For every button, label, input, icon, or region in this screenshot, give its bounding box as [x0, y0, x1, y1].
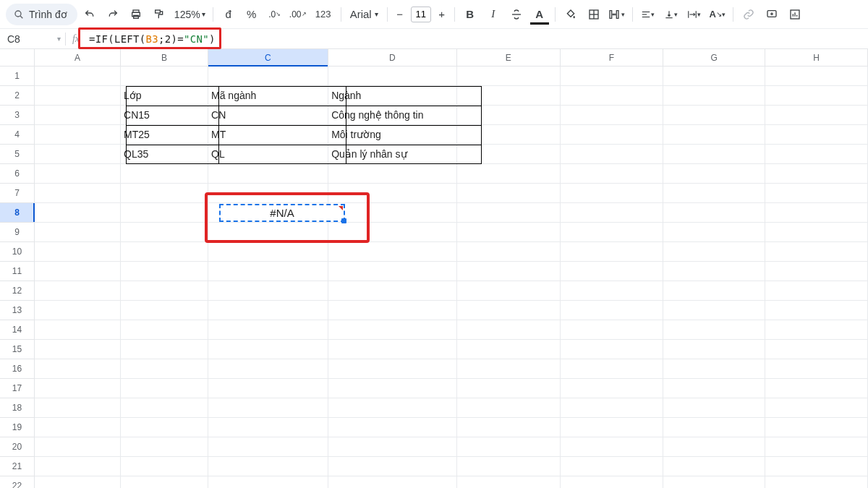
cell[interactable]: [765, 340, 868, 359]
cell[interactable]: [663, 281, 766, 301]
cell[interactable]: [561, 340, 663, 359]
cell[interactable]: [663, 457, 766, 476]
cell[interactable]: [35, 359, 121, 379]
cell[interactable]: [35, 457, 121, 476]
row-header[interactable]: 14: [0, 320, 34, 340]
cell[interactable]: [457, 164, 561, 184]
row-header[interactable]: 16: [0, 359, 34, 379]
cell[interactable]: CN15: [121, 106, 208, 125]
column-header[interactable]: B: [121, 49, 208, 66]
cell[interactable]: [663, 379, 766, 398]
cell[interactable]: [121, 437, 208, 457]
row-header[interactable]: 21: [0, 457, 34, 476]
cell[interactable]: Ngành: [328, 86, 456, 106]
cell[interactable]: [561, 223, 663, 242]
menu-search[interactable]: Trình đơ: [6, 4, 77, 25]
cell[interactable]: [561, 281, 663, 301]
cell[interactable]: [208, 67, 328, 86]
cell[interactable]: [121, 301, 208, 320]
cell[interactable]: [328, 340, 456, 359]
cell[interactable]: [663, 145, 766, 164]
more-formats-button[interactable]: 123: [310, 4, 336, 25]
row-header[interactable]: 11: [0, 262, 34, 281]
row-header[interactable]: 15: [0, 340, 34, 359]
row-header[interactable]: 13: [0, 301, 34, 320]
cell[interactable]: [208, 320, 328, 340]
cell[interactable]: [561, 145, 663, 164]
row-header[interactable]: 20: [0, 437, 34, 457]
cell[interactable]: [328, 359, 456, 379]
cell[interactable]: [663, 86, 766, 106]
insert-chart-button[interactable]: [784, 4, 806, 25]
cell[interactable]: [208, 223, 328, 242]
column-header[interactable]: F: [561, 49, 663, 66]
spreadsheet-grid[interactable]: ABCDEFGH 1234567891011121314151617181920…: [0, 49, 868, 488]
cell[interactable]: [208, 379, 328, 398]
cell[interactable]: [561, 262, 663, 281]
cell[interactable]: [663, 418, 766, 437]
cell[interactable]: [35, 145, 121, 164]
cell[interactable]: [457, 398, 561, 418]
redo-button[interactable]: [102, 4, 124, 25]
merge-cells-button[interactable]: ▾: [606, 4, 628, 25]
row-header[interactable]: 17: [0, 379, 34, 398]
cell[interactable]: [121, 223, 208, 242]
cell[interactable]: [765, 145, 868, 164]
cell[interactable]: [765, 398, 868, 418]
cell[interactable]: [457, 145, 561, 164]
cell[interactable]: [663, 223, 766, 242]
cell[interactable]: [765, 203, 868, 223]
cell[interactable]: [121, 184, 208, 203]
row-header[interactable]: 1: [0, 67, 34, 86]
cell[interactable]: [561, 125, 663, 145]
cell[interactable]: [663, 398, 766, 418]
cell[interactable]: [457, 184, 561, 203]
cell[interactable]: [35, 125, 121, 145]
font-size-input[interactable]: 11: [411, 7, 431, 22]
cell[interactable]: [765, 106, 868, 125]
cell[interactable]: [121, 418, 208, 437]
cell[interactable]: Lớp: [121, 86, 208, 106]
cell[interactable]: [121, 164, 208, 184]
cell[interactable]: [765, 67, 868, 86]
column-header[interactable]: A: [35, 49, 121, 66]
cell[interactable]: [121, 476, 208, 488]
link-button[interactable]: [738, 4, 760, 25]
cell[interactable]: [765, 301, 868, 320]
cell[interactable]: Quản lý nhân sự: [328, 145, 456, 164]
cell[interactable]: [765, 359, 868, 379]
column-header[interactable]: D: [328, 49, 457, 66]
cell[interactable]: [328, 184, 456, 203]
column-header[interactable]: E: [457, 49, 561, 66]
cell[interactable]: [663, 242, 766, 262]
cell[interactable]: [663, 67, 766, 86]
select-all-corner[interactable]: [0, 49, 35, 67]
cell[interactable]: Công nghệ thông tin: [328, 106, 456, 125]
cell[interactable]: [561, 164, 663, 184]
cell[interactable]: [35, 281, 121, 301]
row-header[interactable]: 4: [0, 125, 34, 145]
cell[interactable]: [35, 398, 121, 418]
cell[interactable]: [121, 457, 208, 476]
cell[interactable]: [765, 379, 868, 398]
cell[interactable]: [765, 418, 868, 437]
increase-font-button[interactable]: +: [434, 4, 450, 25]
cell[interactable]: [328, 457, 456, 476]
cell[interactable]: [35, 67, 121, 86]
cell[interactable]: [208, 242, 328, 262]
cell[interactable]: [328, 223, 456, 242]
column-header[interactable]: G: [663, 49, 766, 66]
cell[interactable]: [457, 106, 561, 125]
cell[interactable]: [328, 242, 456, 262]
font-family-select[interactable]: Arial ▾: [346, 8, 383, 20]
decrease-font-button[interactable]: −: [392, 4, 408, 25]
cell[interactable]: [208, 281, 328, 301]
cell[interactable]: [328, 437, 456, 457]
cell[interactable]: [35, 203, 121, 223]
cell[interactable]: [208, 301, 328, 320]
row-header[interactable]: 8: [0, 203, 34, 223]
cell[interactable]: [765, 223, 868, 242]
cell[interactable]: [457, 320, 561, 340]
cell[interactable]: [328, 379, 456, 398]
cell[interactable]: [208, 164, 328, 184]
